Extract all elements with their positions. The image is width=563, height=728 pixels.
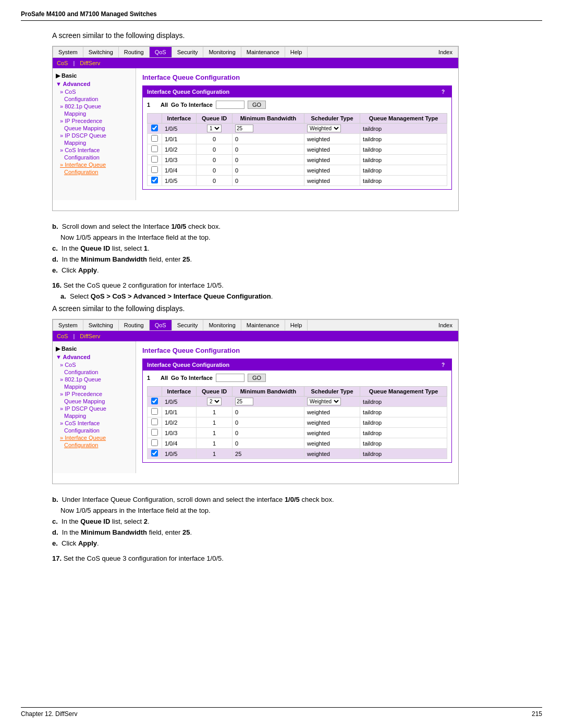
sidebar-dscp-mapping-2[interactable]: Mapping xyxy=(60,413,132,419)
row-checkbox-2f[interactable] xyxy=(151,450,158,456)
sidebar-cos-1[interactable]: » CoS xyxy=(60,89,132,95)
nav-help-2[interactable]: Help xyxy=(285,320,308,330)
nav-maintenance-2[interactable]: Maintenance xyxy=(241,320,285,330)
nav-qos-1[interactable]: QoS xyxy=(150,47,172,57)
row-checkbox-2d[interactable] xyxy=(151,429,158,436)
step-b1: b. Scroll down and select the Interface … xyxy=(52,223,542,230)
sidebar-queuemap-2[interactable]: Queue Mapping xyxy=(60,398,132,404)
row-checkbox[interactable] xyxy=(151,177,158,183)
subnav-diffserv-1[interactable]: DiffServ xyxy=(80,60,100,66)
table-header-row-2: Interface Queue ID Minimum Bandwidth Sch… xyxy=(148,387,447,397)
sidebar-2: ▶ Basic ▼ Advanced » CoS Configuration »… xyxy=(53,341,136,473)
nav-security-1[interactable]: Security xyxy=(172,47,204,57)
goto-btn-1[interactable]: GO xyxy=(248,101,266,109)
scheduler-select-2[interactable]: WeightedStrict xyxy=(307,398,341,405)
subnav-cos-2[interactable]: CoS xyxy=(57,333,68,339)
sub-nav-1: CoS | DiffServ xyxy=(53,58,458,68)
scheduler-select[interactable]: WeightedStrict xyxy=(307,125,341,132)
row-checkbox[interactable] xyxy=(151,166,158,173)
row-checkbox[interactable] xyxy=(151,145,158,152)
step-17: 17. Set the CoS queue 3 configuration fo… xyxy=(52,554,542,562)
row-checkbox-2c[interactable] xyxy=(151,418,158,425)
step-b2: Now 1/0/5 appears in the Interface field… xyxy=(60,233,542,241)
sidebar-cosintconfig-1[interactable]: Configuraition xyxy=(60,154,132,161)
footer-page: 215 xyxy=(532,710,542,718)
goto-label-2: All xyxy=(161,375,168,381)
nav-system-1[interactable]: System xyxy=(53,47,83,57)
step2-e1: e. Click Apply. xyxy=(52,539,542,547)
help-icon-2[interactable]: ? xyxy=(439,361,447,369)
config-section-body-2: 1 All Go To Interface GO Interface Queue… xyxy=(143,371,451,462)
sidebar-mapping-1[interactable]: Mapping xyxy=(60,110,132,117)
header-title: ProSafe M4100 and M7100 Managed Switches xyxy=(21,10,157,18)
step2-c1: c. In the Queue ID list, select 2. xyxy=(52,517,542,525)
row-checkbox[interactable] xyxy=(151,135,158,142)
sidebar-8021p-1[interactable]: » 802.1p Queue xyxy=(60,103,132,109)
nav-index-1[interactable]: Index xyxy=(433,47,458,57)
sidebar-8021p-2[interactable]: » 802.1p Queue xyxy=(60,376,132,382)
sidebar-cosint-2[interactable]: » CoS Interface xyxy=(60,420,132,426)
sidebar-mapping2a[interactable]: Mapping xyxy=(60,384,132,390)
goto-row-2: 1 All Go To Interface GO xyxy=(147,374,447,382)
step-e1: e. Click Apply. xyxy=(52,266,542,274)
nav-index-2[interactable]: Index xyxy=(433,320,458,330)
sidebar-cos-config-1[interactable]: Configuration xyxy=(60,96,132,102)
step-16a: a. Select QoS > CoS > Advanced > Interfa… xyxy=(60,292,542,300)
subnav-cos-1[interactable]: CoS xyxy=(57,60,68,66)
nav-maintenance-1[interactable]: Maintenance xyxy=(241,47,285,57)
sidebar-ipdscp-1[interactable]: » IP DSCP Queue xyxy=(60,132,132,139)
sidebar-cosconfig-2[interactable]: Configuration xyxy=(60,369,132,375)
row-checkbox[interactable] xyxy=(151,125,158,131)
row-num-1: 1 xyxy=(147,102,157,108)
sidebar-intqueuecfg-2[interactable]: Configuration xyxy=(60,442,132,448)
min-bw-input-2[interactable] xyxy=(235,398,253,405)
nav-monitoring-2[interactable]: Monitoring xyxy=(203,320,241,330)
nav-routing-2[interactable]: Routing xyxy=(119,320,150,330)
main-title-2: Interface Queue Configuration xyxy=(142,347,452,354)
subnav-diffserv-2[interactable]: DiffServ xyxy=(80,333,100,339)
row-checkbox-2e[interactable] xyxy=(151,439,158,446)
sidebar-mapping2-1[interactable]: Mapping xyxy=(60,140,132,146)
nav-security-2[interactable]: Security xyxy=(172,320,204,330)
sidebar-cosintcfg-2[interactable]: Configuraition xyxy=(60,427,132,434)
queue-id-select[interactable]: 123 xyxy=(207,125,222,132)
min-bw-input[interactable] xyxy=(235,125,253,132)
config-section-header-1: Interface Queue Configuration ? xyxy=(143,86,451,97)
goto-text-2: Go To Interface xyxy=(171,375,213,381)
nav-routing-1[interactable]: Routing xyxy=(119,47,150,57)
sidebar-iprec-2[interactable]: » IP Precedence xyxy=(60,391,132,397)
table-row: 1/0/3 1 0 weighted taildrop xyxy=(148,428,447,438)
goto-label-1: All xyxy=(161,102,168,108)
table-row: 1/0/4 0 0 weighted taildrop xyxy=(148,165,447,176)
nav-help-1[interactable]: Help xyxy=(285,47,308,57)
sidebar-iprec-1[interactable]: » IP Precedence xyxy=(60,118,132,124)
step-d1: d. In the Minimum Bandwidth field, enter… xyxy=(52,255,542,263)
row-checkbox[interactable] xyxy=(151,156,158,163)
sidebar-cos-2[interactable]: » CoS xyxy=(60,362,132,368)
step-16: 16. Set the CoS queue 2 configuration fo… xyxy=(52,281,542,289)
sidebar-queueuemap-1[interactable]: Queue Mapping xyxy=(60,125,132,131)
nav-qos-2[interactable]: QoS xyxy=(150,320,172,330)
table-row: 1/0/1 1 0 weighted taildrop xyxy=(148,407,447,417)
row-num-2: 1 xyxy=(147,375,157,381)
sidebar-cosint-1[interactable]: » CoS Interface xyxy=(60,147,132,153)
sidebar-intqueueconfig-1[interactable]: Configuration xyxy=(60,169,132,175)
sidebar-intqueue-1[interactable]: » Interface Queue xyxy=(60,162,132,168)
sidebar-ipdscp-2[interactable]: » IP DSCP Queue xyxy=(60,405,132,412)
row-checkbox-2a[interactable] xyxy=(151,398,158,404)
config-section-2: Interface Queue Configuration ? 1 All Go… xyxy=(142,359,452,463)
sidebar-intqueue-2[interactable]: » Interface Queue xyxy=(60,435,132,441)
queue-id-select-2[interactable]: 123 xyxy=(207,398,222,405)
goto-input-1[interactable] xyxy=(216,101,244,109)
row-checkbox-2b[interactable] xyxy=(151,408,158,415)
nav-monitoring-1[interactable]: Monitoring xyxy=(203,47,241,57)
nav-switching-1[interactable]: Switching xyxy=(83,47,119,57)
goto-btn-2[interactable]: GO xyxy=(248,374,266,382)
data-table-2: Interface Queue ID Minimum Bandwidth Sch… xyxy=(147,386,447,459)
goto-input-2[interactable] xyxy=(216,374,244,382)
nav-system-2[interactable]: System xyxy=(53,320,83,330)
table-row: 1/0/5 0 0 weighted taildrop xyxy=(148,176,447,186)
nav-switching-2[interactable]: Switching xyxy=(83,320,119,330)
help-icon-1[interactable]: ? xyxy=(439,88,447,96)
goto-row-1: 1 All Go To Interface GO xyxy=(147,101,447,109)
